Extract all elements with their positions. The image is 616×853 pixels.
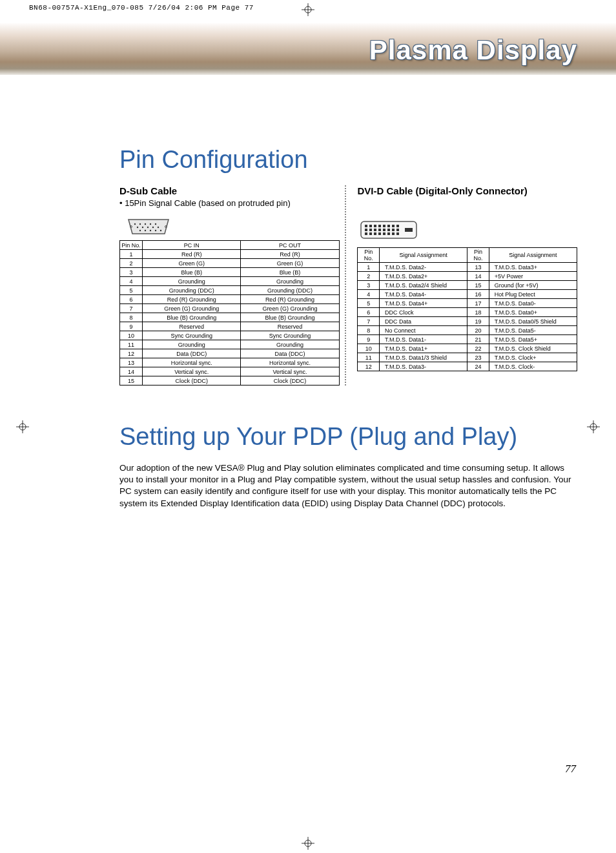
table-cell: DDC Data <box>380 317 467 326</box>
table-cell: 9 <box>358 335 380 344</box>
svg-point-23 <box>139 230 141 231</box>
table-row: 9T.M.D.S. Data1-21T.M.D.S. Data5+ <box>358 335 577 344</box>
dsub-pin-table: Pin No.PC INPC OUT 1Red (R)Red (R)2Green… <box>119 240 340 385</box>
table-cell: T.M.D.S. Clock- <box>489 362 577 371</box>
table-row: 11T.M.D.S. Data1/3 Shield23T.M.D.S. Cloc… <box>358 353 577 362</box>
table-row: 5T.M.D.S. Data4+17T.M.D.S. Data0- <box>358 299 577 308</box>
table-cell: Red (R) Grounding <box>143 295 241 304</box>
table-cell: 24 <box>467 362 489 371</box>
table-cell: 7 <box>358 317 380 326</box>
table-row: 6Red (R) GroundingRed (R) Grounding <box>120 295 340 304</box>
table-cell: T.M.D.S. Data4- <box>380 290 467 299</box>
table-cell: 13 <box>120 358 143 367</box>
table-cell: Clock (DDC) <box>143 376 241 385</box>
svg-rect-45 <box>392 229 395 231</box>
table-row: 10T.M.D.S. Data1+22T.M.D.S. Clock Shield <box>358 344 577 353</box>
svg-rect-46 <box>396 229 399 231</box>
table-cell: 5 <box>120 286 143 295</box>
svg-rect-40 <box>369 229 372 231</box>
svg-rect-47 <box>365 232 367 235</box>
table-cell: 15 <box>120 376 143 385</box>
crop-mark-icon <box>587 420 600 433</box>
svg-rect-34 <box>378 225 381 227</box>
svg-point-26 <box>155 230 156 231</box>
table-cell: Blue (B) Grounding <box>241 313 339 322</box>
table-row: 5Grounding (DDC)Grounding (DDC) <box>120 286 340 295</box>
table-cell: T.M.D.S. Data4+ <box>380 299 467 308</box>
table-row: 3T.M.D.S. Data2/4 Shield15Ground (for +5… <box>358 281 577 290</box>
table-cell: 18 <box>467 308 489 317</box>
svg-rect-55 <box>405 228 413 232</box>
svg-rect-32 <box>369 225 372 227</box>
table-cell: 12 <box>358 362 380 371</box>
table-header: Pin No. <box>467 248 489 263</box>
table-cell: T.M.D.S. Clock+ <box>489 353 577 362</box>
table-cell: T.M.D.S. Clock Shield <box>489 344 577 353</box>
svg-rect-31 <box>365 225 367 227</box>
table-cell: Grounding <box>241 277 339 286</box>
table-cell: 7 <box>120 304 143 313</box>
page-number: 77 <box>565 763 576 776</box>
table-header: Pin No. <box>358 248 380 263</box>
table-cell: DDC Clock <box>380 308 467 317</box>
section-heading-pnp: Setting up Your PDP (Plug and Play) <box>119 423 577 451</box>
table-cell: +5V Power <box>489 272 577 281</box>
table-cell: 11 <box>358 353 380 362</box>
svg-rect-38 <box>396 225 399 227</box>
table-cell: 15 <box>467 281 489 290</box>
table-cell: T.M.D.S. Data0+ <box>489 308 577 317</box>
svg-rect-44 <box>387 229 390 231</box>
table-row: 9ReservedReserved <box>120 322 340 331</box>
table-cell: Red (R) <box>143 250 241 259</box>
table-row: 11GroundingGrounding <box>120 340 340 349</box>
svg-rect-36 <box>387 225 390 227</box>
table-cell: 8 <box>120 313 143 322</box>
table-cell: T.M.D.S. Data3- <box>380 362 467 371</box>
svg-rect-48 <box>369 232 372 235</box>
table-cell: T.M.D.S. Data0- <box>489 299 577 308</box>
table-row: 4GroundingGrounding <box>120 277 340 286</box>
svg-rect-54 <box>396 232 399 235</box>
table-cell: Reserved <box>241 322 339 331</box>
svg-point-18 <box>137 227 138 228</box>
table-cell: Blue (B) <box>241 268 339 277</box>
svg-point-17 <box>155 223 156 225</box>
table-header: Pin No. <box>120 241 143 250</box>
table-cell: 14 <box>467 272 489 281</box>
table-cell: Ground (for +5V) <box>489 281 577 290</box>
table-cell: Grounding <box>143 340 241 349</box>
page-banner: Plasma Display <box>0 23 616 75</box>
table-cell: Grounding (DDC) <box>143 286 241 295</box>
table-row: 2T.M.D.S. Data2+14+5V Power <box>358 272 577 281</box>
table-cell: T.M.D.S. Data1+ <box>380 344 467 353</box>
svg-rect-50 <box>378 232 381 235</box>
table-row: 7Green (G) GroundingGreen (G) Grounding <box>120 304 340 313</box>
svg-point-21 <box>152 227 154 228</box>
table-cell: Sync Grounding <box>143 331 241 340</box>
table-cell: 3 <box>358 281 380 290</box>
table-cell: T.M.D.S. Data5- <box>489 326 577 335</box>
svg-point-27 <box>160 230 161 231</box>
table-cell: 21 <box>467 335 489 344</box>
svg-marker-12 <box>128 220 169 234</box>
table-cell: 6 <box>120 295 143 304</box>
table-cell: T.M.D.S. Data2+ <box>380 272 467 281</box>
svg-rect-43 <box>383 229 385 231</box>
table-cell: 11 <box>120 340 143 349</box>
table-cell: T.M.D.S. Data1- <box>380 335 467 344</box>
dvi-pin-table: Pin No.Signal AssignmentPin No.Signal As… <box>357 247 577 371</box>
table-cell: 2 <box>358 272 380 281</box>
table-cell: 23 <box>467 353 489 362</box>
dvi-connector-icon <box>360 219 418 241</box>
table-cell: Reserved <box>143 322 241 331</box>
svg-rect-33 <box>374 225 376 227</box>
table-cell: Grounding <box>143 277 241 286</box>
table-row: 10Sync GroundingSync Grounding <box>120 331 340 340</box>
column-divider <box>345 185 347 385</box>
svg-point-20 <box>147 227 149 228</box>
svg-point-24 <box>145 230 146 231</box>
table-cell: 10 <box>120 331 143 340</box>
table-row: 12T.M.D.S. Data3-24T.M.D.S. Clock- <box>358 362 577 371</box>
table-cell: Blue (B) Grounding <box>143 313 241 322</box>
table-cell: Blue (B) <box>143 268 241 277</box>
